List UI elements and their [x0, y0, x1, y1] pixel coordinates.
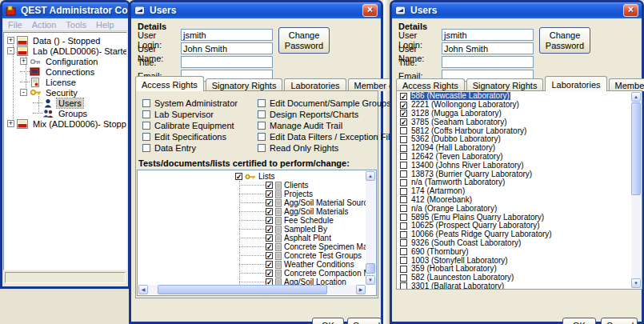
cert-item-agg-soil-material-source[interactable]: ✓Agg/Soil Material Source: [138, 198, 366, 207]
tree-item-label[interactable]: Security: [44, 88, 79, 98]
scroll-right-arrow[interactable]: ▶: [356, 285, 366, 294]
lab-item-5812-coffs-harbour-laboratory[interactable]: 5812 (Coffs Harbour Laboratory): [398, 126, 631, 135]
checkbox-edit-data-filters-exception-filters[interactable]: [258, 133, 266, 141]
scrollbar-thumb[interactable]: [366, 263, 375, 274]
checkbox-sampled-by[interactable]: ✓: [266, 226, 273, 233]
tree-item-license[interactable]: License: [4, 77, 126, 87]
lab-item-3785-seaham-laboratory[interactable]: ✓3785 (Seaham Laboratory): [398, 118, 631, 126]
cert-item-concrete-compaction-method[interactable]: ✓Concrete Compaction Method: [138, 269, 366, 278]
lab-item-label[interactable]: 3785 (Seaham Laboratory): [410, 118, 508, 126]
checkbox-2221-wollongong-laboratory[interactable]: ✓: [400, 102, 407, 109]
checkbox-10066-peats-ridge-quarry-laboratory[interactable]: [400, 231, 407, 238]
tree-item-lab-adld0006-started[interactable]: -Lab (ADLD0006)- Started: [4, 46, 126, 56]
cert-item-asphalt-plant[interactable]: ✓Asphalt Plant: [138, 234, 366, 242]
lab-item-label[interactable]: 5812 (Coffs Harbour Laboratory): [410, 127, 527, 135]
lab-item-2221-wollongong-laboratory[interactable]: ✓2221 (Wollongong Laboratory): [398, 101, 631, 110]
checkbox-design-reports-charts[interactable]: [258, 110, 266, 118]
scrollbar-thumb[interactable]: [631, 102, 641, 195]
console-titlebar[interactable]: QEST Administrator Console: [2, 2, 128, 18]
checkbox-12094-hall-laboratory[interactable]: [400, 145, 407, 152]
lab-item-label[interactable]: 10066 (Peats Ridge Quarry Laboratory): [410, 230, 553, 238]
tree-item-label[interactable]: Configuration: [44, 57, 99, 66]
expander-icon[interactable]: +: [7, 120, 14, 127]
checkbox-asphalt-plant[interactable]: ✓: [266, 234, 273, 242]
lab-item-582-launceston-laboratory[interactable]: 582 (Launceston Laboratory): [398, 274, 631, 282]
checkbox-5895-emu-plains-quarry-laboratory[interactable]: [400, 214, 407, 221]
checkbox-5812-coffs-harbour-laboratory[interactable]: [400, 127, 407, 134]
lab-item-3301-ballarat-laboratory[interactable]: 3301 (Ballarat Laboratory): [398, 282, 631, 289]
checkbox-agg-soil-material-source[interactable]: ✓: [266, 199, 273, 206]
scroll-left-arrow[interactable]: ◀: [138, 285, 148, 294]
checkbox-13873-burrier-quarry-laboratory[interactable]: [400, 170, 407, 178]
tab-access-rights[interactable]: Access Rights: [135, 76, 204, 91]
cancel-button[interactable]: Cancel: [601, 318, 638, 324]
tab-laboratories[interactable]: Laboratories: [284, 78, 346, 91]
checkbox-n-a-orange-laboratory[interactable]: [400, 205, 407, 212]
tree-item-label[interactable]: Lab (ADLD0006)- Started: [31, 46, 127, 56]
lab-item-label[interactable]: 3301 (Ballarat Laboratory): [410, 282, 505, 289]
cert-item-clients[interactable]: ✓Clients: [138, 181, 366, 190]
cert-item-concrete-test-groups[interactable]: ✓Concrete Test Groups: [138, 251, 366, 260]
close-icon[interactable]: ×: [362, 4, 378, 17]
cert-item-label[interactable]: Agg/Soil Materials: [284, 207, 349, 216]
checkbox-concrete-compaction-method[interactable]: ✓: [266, 270, 273, 277]
lab-item-10066-peats-ridge-quarry-laboratory[interactable]: 10066 (Peats Ridge Quarry Laboratory): [398, 230, 631, 239]
cert-item-label[interactable]: Fee Schedule: [284, 216, 334, 225]
cert-item-label[interactable]: Concrete Compaction Method: [284, 269, 366, 278]
lab-item-10625-prospect-quarry-laboratory[interactable]: 10625 (Prospect Quarry Laboratory): [398, 222, 631, 230]
horizontal-scrollbar[interactable]: ◀ ▶: [138, 285, 366, 294]
lab-item-label[interactable]: 13400 (Johns River Laboratory): [410, 162, 525, 170]
cert-item-label[interactable]: Sampled By: [284, 225, 327, 234]
dialog-titlebar[interactable]: Users ×: [131, 2, 381, 18]
vertical-scrollbar[interactable]: ▲ ▼: [366, 171, 375, 285]
checkbox-concrete-test-groups[interactable]: ✓: [266, 252, 273, 259]
close-icon[interactable]: ×: [623, 4, 638, 17]
lab-item-label[interactable]: n/a (Orange Laboratory): [410, 205, 498, 213]
lab-item-690-thornbury[interactable]: 690 (Thornbury): [398, 247, 631, 256]
checkbox-lists[interactable]: ✓: [235, 173, 242, 180]
lab-item-label[interactable]: 1003 (Stonyfell Laboratory): [410, 257, 509, 265]
scroll-down-arrow[interactable]: ▼: [631, 278, 641, 288]
checkbox-13400-johns-river-laboratory[interactable]: [400, 162, 407, 169]
tree-item-configuration[interactable]: +Configuration: [4, 56, 126, 66]
lab-item-586-newcastle-laboratory[interactable]: ✓586 (Newcastle Laboratory): [398, 92, 631, 101]
cert-item-label[interactable]: Projects: [284, 190, 313, 198]
scrollbar-thumb[interactable]: [158, 285, 327, 294]
tab-laboratories[interactable]: Laboratories: [545, 76, 606, 91]
menu-item-tools[interactable]: Tools: [66, 20, 86, 30]
cert-item-concrete-specimen-marks[interactable]: ✓Concrete Specimen Marks: [138, 242, 366, 251]
expander-icon[interactable]: +: [20, 58, 27, 65]
tree-item-label[interactable]: Users: [57, 98, 83, 108]
checkbox-586-newcastle-laboratory[interactable]: ✓: [400, 93, 407, 100]
cert-item-weather-conditions[interactable]: ✓Weather Conditions: [138, 260, 366, 269]
cert-item-fee-schedule[interactable]: ✓Fee Schedule: [138, 216, 366, 225]
checkbox-manage-audit-trail[interactable]: [258, 122, 266, 130]
lab-item-label[interactable]: 3128 (Mugga Laboratory): [410, 110, 502, 118]
lab-item-5895-emu-plains-quarry-laboratory[interactable]: 5895 (Emu Plains Quarry Laboratory): [398, 213, 631, 222]
cert-item-label[interactable]: Asphalt Plant: [284, 234, 331, 242]
lab-item-174-artarmon[interactable]: 174 (Artarmon): [398, 187, 631, 196]
user-name-field[interactable]: [181, 42, 273, 54]
tree-item-mix-adld0006-stopped[interactable]: +Mix (ADLD0006)- Stopped: [4, 118, 126, 129]
ok-button[interactable]: OK: [562, 318, 596, 324]
cert-item-label[interactable]: Agg/Soil Material Source: [284, 198, 366, 207]
scroll-down-arrow[interactable]: ▼: [366, 275, 375, 285]
checkbox-edit-specifications[interactable]: [142, 133, 150, 141]
menu-item-file[interactable]: File: [8, 20, 22, 30]
cert-root-label[interactable]: Lists: [258, 172, 275, 181]
checkbox-582-launceston-laboratory[interactable]: [400, 274, 407, 282]
checkbox-359-hobart-laboratory[interactable]: [400, 266, 407, 273]
cert-tree-root[interactable]: ✓Lists: [138, 172, 366, 181]
lab-item-label[interactable]: 2221 (Wollongong Laboratory): [410, 101, 520, 109]
title-field[interactable]: [181, 56, 273, 68]
cancel-button[interactable]: Cancel: [347, 318, 382, 324]
lab-item-3128-mugga-laboratory[interactable]: ✓3128 (Mugga Laboratory): [398, 110, 631, 118]
tree-item-label[interactable]: Connections: [44, 67, 96, 77]
lab-item-label[interactable]: 5895 (Emu Plains Quarry Laboratory): [410, 214, 545, 222]
tab-access-rights[interactable]: Access Rights: [396, 78, 465, 91]
lab-item-label[interactable]: n/a (Tamworth Laboratory): [410, 178, 506, 186]
checkbox-lab-supervisor[interactable]: [142, 110, 150, 118]
user-login-field[interactable]: [442, 29, 534, 41]
cert-item-label[interactable]: Concrete Test Groups: [284, 251, 362, 260]
checkbox-weather-conditions[interactable]: ✓: [266, 261, 273, 268]
